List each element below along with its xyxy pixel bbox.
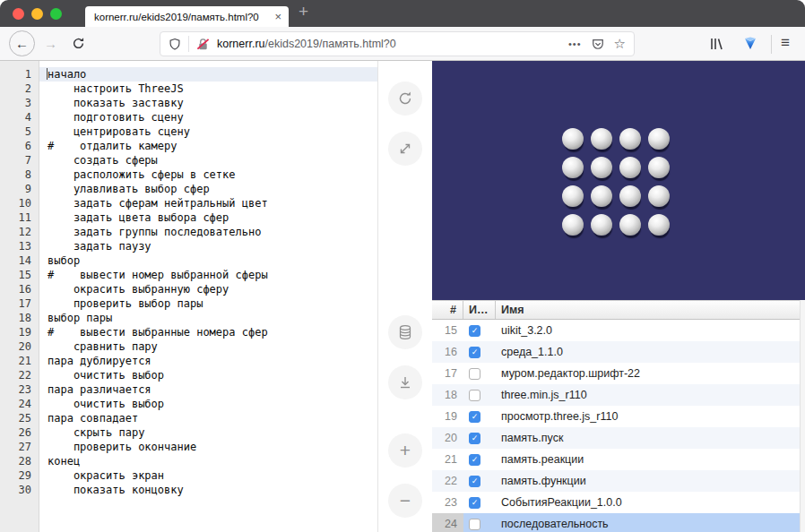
sphere[interactable]: [648, 185, 670, 207]
sphere[interactable]: [591, 128, 612, 150]
code-text: задать паузу: [39, 239, 377, 253]
editor-line[interactable]: 10 задать сферам нейтральный цвет: [0, 196, 377, 210]
editor-line[interactable]: 16 окрасить выбранную сферу: [0, 282, 377, 296]
editor-line[interactable]: 26 скрыть пару: [0, 425, 377, 440]
used-checkbox[interactable]: ✓: [469, 325, 480, 337]
editor-line[interactable]: 17 проверить выбор пары: [0, 296, 377, 311]
sphere[interactable]: [562, 157, 584, 178]
zoom-in-button[interactable]: +: [388, 433, 422, 468]
tab-close-icon[interactable]: ×: [274, 11, 281, 22]
used-cell: [463, 384, 496, 406]
column-header-used[interactable]: И…: [463, 301, 496, 319]
used-checkbox[interactable]: ✓: [469, 454, 480, 466]
library-button[interactable]: [709, 37, 724, 51]
editor-line[interactable]: 27 проверить окончание: [0, 440, 377, 454]
table-row[interactable]: 23✓СобытияРеакции_1.0.0: [432, 492, 800, 513]
sphere[interactable]: [562, 185, 584, 207]
browser-tab[interactable]: kornerr.ru/ekids2019/память.html?0 ×: [85, 6, 289, 27]
sphere[interactable]: [562, 128, 584, 150]
pocket-icon[interactable]: [592, 38, 604, 50]
table-row[interactable]: 18three.min.js_r110: [432, 384, 800, 406]
editor-line[interactable]: 7 создать сферы: [0, 153, 377, 167]
viewer-canvas[interactable]: [432, 61, 805, 300]
used-checkbox[interactable]: [469, 519, 480, 530]
table-row[interactable]: 19✓просмотр.three.js_r110: [432, 406, 800, 427]
back-button[interactable]: ←: [9, 30, 35, 56]
editor-line[interactable]: 23пара различается: [0, 382, 377, 397]
editor-line[interactable]: 28конец: [0, 454, 377, 468]
sphere[interactable]: [648, 128, 670, 150]
menu-button[interactable]: ≡: [781, 34, 790, 52]
sphere[interactable]: [591, 185, 612, 207]
editor-line[interactable]: 15# вывести номер выбранной сферы: [0, 268, 377, 282]
editor-line[interactable]: 25пара совпадает: [0, 411, 377, 425]
column-header-number[interactable]: #: [432, 301, 463, 319]
sphere[interactable]: [619, 157, 641, 178]
sphere[interactable]: [591, 157, 612, 178]
bookmark-star-icon[interactable]: ☆: [614, 36, 626, 52]
sphere[interactable]: [619, 128, 641, 150]
table-row[interactable]: 15✓uikit_3.2.0: [432, 320, 800, 341]
table-scrollbar[interactable]: [800, 300, 805, 532]
sphere[interactable]: [591, 214, 612, 236]
close-window-button[interactable]: [13, 8, 24, 20]
used-checkbox[interactable]: ✓: [469, 433, 480, 444]
editor-line[interactable]: 9 улавливать выбор сфер: [0, 182, 377, 196]
extension-gem-button[interactable]: [743, 36, 757, 51]
editor-line[interactable]: 4 подготовить сцену: [0, 110, 377, 124]
zoom-window-button[interactable]: [50, 8, 62, 20]
editor-line[interactable]: 13 задать паузу: [0, 239, 377, 253]
sphere[interactable]: [619, 185, 641, 207]
editor-line[interactable]: 22 очистить выбор: [0, 368, 377, 382]
sphere[interactable]: [648, 214, 670, 236]
expand-button[interactable]: [388, 132, 422, 166]
editor-line[interactable]: 29 окрасить экран: [0, 468, 377, 483]
table-row[interactable]: 21✓память.реакции: [432, 449, 800, 470]
zoom-out-button[interactable]: −: [388, 484, 422, 518]
table-row[interactable]: 20✓память.пуск: [432, 427, 800, 449]
editor-line[interactable]: 18выбор пары: [0, 311, 377, 325]
used-checkbox[interactable]: ✓: [469, 497, 480, 509]
editor-line[interactable]: 30 показать концовку: [0, 483, 377, 497]
editor-line[interactable]: 3 показать заставку: [0, 96, 377, 110]
url-bar[interactable]: kornerr.ru/ekids2019/память.html?0 ••• ☆: [160, 31, 635, 56]
used-checkbox[interactable]: ✓: [469, 347, 480, 358]
editor-line[interactable]: 8 расположить сферы в сетке: [0, 167, 377, 182]
editor-line[interactable]: 21пара дублируется: [0, 354, 377, 368]
editor-line[interactable]: 14выбор: [0, 253, 377, 268]
editor-line[interactable]: 2 настроить ThreeJS: [0, 82, 377, 96]
editor-line[interactable]: 19# вывести выбранные номера сфер: [0, 325, 377, 339]
used-checkbox[interactable]: [469, 368, 480, 380]
column-header-name[interactable]: Имя: [496, 301, 800, 319]
sphere[interactable]: [648, 157, 670, 178]
used-checkbox[interactable]: ✓: [469, 411, 480, 423]
table-row[interactable]: 16✓среда_1.1.0: [432, 341, 800, 363]
reload-button[interactable]: [72, 37, 85, 50]
editor-line[interactable]: 24 очистить выбор: [0, 397, 377, 411]
page-actions-icon[interactable]: •••: [568, 39, 582, 49]
download-button[interactable]: [388, 365, 422, 399]
sphere[interactable]: [562, 214, 584, 236]
line-number: 1: [0, 67, 39, 82]
table-row[interactable]: 24последовательность: [432, 513, 800, 532]
table-row[interactable]: 22✓память.функции: [432, 470, 800, 492]
code-editor[interactable]: 1начало2 настроить ThreeJS3 показать зас…: [0, 61, 377, 532]
new-tab-button[interactable]: +: [299, 2, 308, 21]
editor-line[interactable]: 5 центрировать сцену: [0, 124, 377, 139]
sphere[interactable]: [619, 214, 641, 236]
editor-line[interactable]: 20 сравнить пару: [0, 339, 377, 354]
url-text[interactable]: kornerr.ru/ekids2019/память.html?0: [217, 38, 396, 50]
forward-button[interactable]: →: [44, 36, 57, 51]
table-row[interactable]: 17муром.редактор.шрифт-22: [432, 363, 800, 384]
editor-line[interactable]: 12 задать группы последовательно: [0, 225, 377, 239]
line-number: 27: [0, 440, 39, 454]
database-button[interactable]: [388, 315, 422, 349]
minimize-window-button[interactable]: [31, 8, 43, 20]
editor-line[interactable]: 6# отдалить камеру: [0, 139, 377, 153]
used-checkbox[interactable]: ✓: [469, 476, 480, 487]
insecure-lock-icon[interactable]: [196, 38, 210, 51]
used-checkbox[interactable]: [469, 390, 480, 401]
editor-line[interactable]: 1начало: [0, 67, 377, 82]
refresh-button[interactable]: [388, 82, 422, 116]
editor-line[interactable]: 11 задать цвета выбора сфер: [0, 210, 377, 225]
